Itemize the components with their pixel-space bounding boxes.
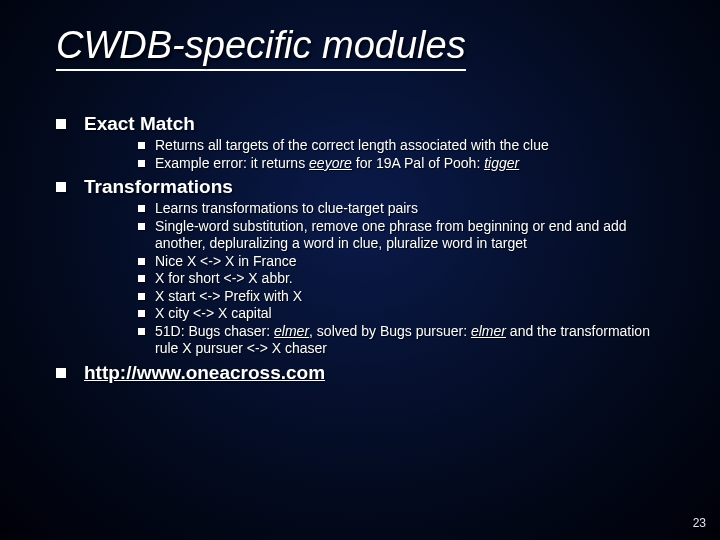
section-link: http://www.oneacross.com [56,362,672,384]
item-text: Learns transformations to clue-target pa… [155,200,418,218]
square-bullet-icon [138,223,145,230]
text-run: , solved by Bugs pursuer: [309,323,471,339]
list-item: X city <-> X capital [138,305,672,323]
bullet-list-level2: Learns transformations to clue-target pa… [138,200,672,358]
emphasis: eeyore [309,155,352,171]
list-item: Example error: it returns eeyore for 19A… [138,155,672,173]
emphasis: tigger [484,155,519,171]
slide: CWDB-specific modules Exact Match Return… [0,0,720,384]
section-heading: Transformations [84,176,233,198]
square-bullet-icon [138,328,145,335]
list-item: X for short <-> X abbr. [138,270,672,288]
slide-title: CWDB-specific modules [56,24,466,71]
item-text: Example error: it returns eeyore for 19A… [155,155,519,173]
square-bullet-icon [138,310,145,317]
list-item: X start <-> Prefix with X [138,288,672,306]
square-bullet-icon [56,368,66,378]
square-bullet-icon [138,142,145,149]
item-text: X city <-> X capital [155,305,272,323]
list-item: Learns transformations to clue-target pa… [138,200,672,218]
text-run: for 19A Pal of Pooh: [352,155,484,171]
item-text: Returns all targets of the correct lengt… [155,137,549,155]
emphasis: elmer [274,323,309,339]
square-bullet-icon [56,119,66,129]
list-item: Returns all targets of the correct lengt… [138,137,672,155]
square-bullet-icon [138,293,145,300]
text-run: 51D: Bugs chaser: [155,323,274,339]
square-bullet-icon [138,160,145,167]
bullet-list-level1: Exact Match Returns all targets of the c… [56,113,672,384]
page-number: 23 [693,516,706,530]
emphasis: elmer [471,323,506,339]
item-text: Single-word substitution, remove one phr… [155,218,672,253]
square-bullet-icon [138,205,145,212]
square-bullet-icon [56,182,66,192]
section-transformations: Transformations [56,176,672,198]
item-text: X start <-> Prefix with X [155,288,302,306]
bullet-list-level2: Returns all targets of the correct lengt… [138,137,672,172]
list-item: Nice X <-> X in France [138,253,672,271]
list-item: Single-word substitution, remove one phr… [138,218,672,253]
item-text: 51D: Bugs chaser: elmer, solved by Bugs … [155,323,672,358]
external-link[interactable]: http://www.oneacross.com [84,362,325,384]
item-text: X for short <-> X abbr. [155,270,293,288]
text-run: Example error: it returns [155,155,309,171]
square-bullet-icon [138,275,145,282]
section-exact-match: Exact Match [56,113,672,135]
square-bullet-icon [138,258,145,265]
section-heading: Exact Match [84,113,195,135]
item-text: Nice X <-> X in France [155,253,297,271]
list-item: 51D: Bugs chaser: elmer, solved by Bugs … [138,323,672,358]
